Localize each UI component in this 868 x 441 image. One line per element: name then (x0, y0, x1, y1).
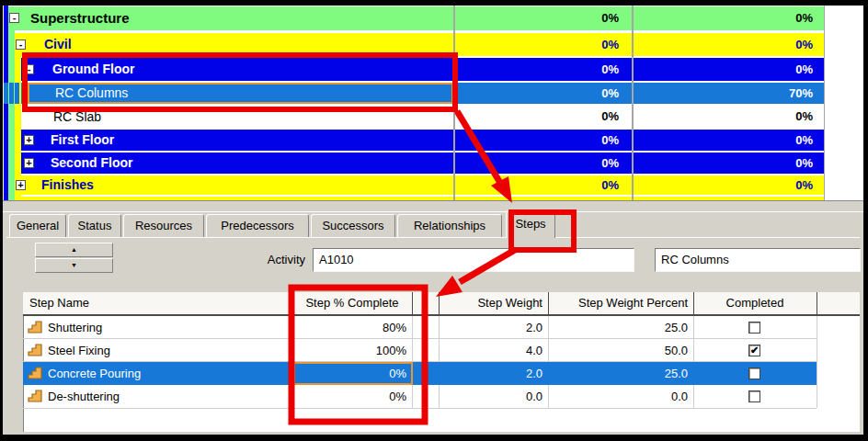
selection-gutter-bar (9, 83, 14, 104)
pct-cell: 0% (644, 58, 813, 81)
step-weight-percent[interactable]: 25.0 (577, 316, 688, 339)
row-divider (23, 338, 817, 339)
step-name[interactable]: Concrete Pouring (48, 362, 141, 385)
panel-edge-highlight (6, 237, 860, 238)
pct-complete-cell: 0% (460, 58, 619, 81)
completed-checkbox[interactable] (748, 390, 760, 402)
step-weight-percent[interactable]: 0.0 (577, 385, 688, 408)
selection-gutter-bar (15, 83, 19, 104)
column-divider (817, 316, 817, 408)
col-header-completed[interactable]: Completed (693, 292, 817, 314)
step-pct[interactable]: 0% (305, 385, 406, 408)
column-divider (548, 292, 549, 314)
pct-cell: 0% (644, 106, 813, 128)
expand-icon[interactable]: + (24, 135, 34, 145)
column-divider (632, 6, 634, 200)
expand-icon[interactable]: + (24, 158, 34, 168)
completed-checkbox-checked[interactable]: ✔ (748, 345, 760, 356)
wbs-label: Superstructure (30, 6, 130, 30)
wbs-label: RC Slab (53, 106, 101, 128)
column-divider (817, 292, 817, 314)
pct-complete-cell: 0% (460, 33, 619, 56)
tab-resources[interactable]: Resources (123, 214, 204, 237)
activity-down-button[interactable]: ▼ (35, 258, 113, 273)
p6-screenshot: - Superstructure 0% 0% - Civil 0% 0% - G… (0, 0, 868, 441)
tab-status[interactable]: Status (68, 214, 121, 237)
step-weight[interactable]: 2.0 (432, 316, 542, 339)
step-icon (28, 390, 42, 402)
wbs-label: Civil (44, 33, 72, 56)
pct-cell: 0% (644, 175, 813, 195)
completed-checkbox[interactable] (748, 368, 760, 379)
step-name[interactable]: Steel Fixing (48, 339, 110, 362)
col-header-step-weight[interactable]: Step Weight (432, 292, 542, 314)
activity-up-button[interactable]: ▲ (35, 243, 113, 257)
focus-cell-outline (28, 83, 453, 104)
splitter-highlight (3, 211, 863, 212)
activity-name-field[interactable]: RC Columns (655, 248, 861, 272)
step-pct[interactable]: 100% (305, 339, 406, 362)
pct-complete-cell: 0% (460, 175, 619, 195)
pct-complete-cell: 0% (460, 83, 619, 104)
tab-relationships[interactable]: Relationships (397, 214, 502, 237)
pct-cell: 70% (644, 83, 813, 104)
col-header-step-pct-complete[interactable]: Step % Complete (292, 292, 412, 314)
pct-cell: 0% (644, 33, 813, 56)
step-icon (28, 344, 42, 356)
step-name[interactable]: De-shuttering (48, 385, 120, 408)
step-pct[interactable]: 0% (305, 362, 406, 385)
completed-checkbox[interactable] (748, 322, 760, 334)
pct-complete-cell: 0% (460, 130, 619, 151)
collapse-icon[interactable]: - (9, 13, 19, 23)
step-icon (28, 367, 42, 379)
expand-icon[interactable]: + (16, 180, 26, 190)
activity-id-field[interactable]: A1010 (313, 248, 634, 272)
wbs-label: Second Floor (51, 153, 132, 174)
wbs-label: First Floor (51, 130, 114, 151)
col-header-step-name[interactable]: Step Name (29, 292, 89, 314)
tab-successors[interactable]: Successors (311, 214, 395, 237)
column-divider (453, 6, 455, 200)
splitter-shadow (3, 200, 863, 201)
tab-steps-active[interactable]: Steps (506, 210, 555, 238)
pct-complete-cell: 0% (460, 106, 619, 128)
wbs-label: Finishes (41, 175, 94, 195)
step-weight[interactable]: 4.0 (432, 339, 542, 362)
step-weight-percent[interactable]: 50.0 (577, 339, 688, 362)
step-weight[interactable]: 2.0 (432, 362, 542, 385)
col-header-step-weight-percent[interactable]: Step Weight Percent (577, 292, 688, 314)
step-weight-percent[interactable]: 25.0 (577, 362, 688, 385)
step-weight[interactable]: 0.0 (432, 385, 542, 408)
column-divider (412, 292, 413, 314)
pct-complete-cell: 0% (460, 6, 619, 30)
selection-gutter-bar (4, 83, 8, 104)
step-pct[interactable]: 80% (305, 316, 406, 339)
tab-predecessors[interactable]: Predecessors (206, 214, 309, 237)
pct-cell: 0% (644, 6, 813, 30)
row-divider (23, 408, 817, 409)
step-row-selected[interactable] (23, 362, 817, 385)
wbs-label: Ground Floor (52, 58, 134, 81)
step-name[interactable]: Shuttering (48, 316, 102, 339)
activity-label: Activity (239, 248, 305, 272)
collapse-icon[interactable]: - (16, 40, 26, 50)
tab-general[interactable]: General (9, 214, 66, 237)
step-icon (28, 321, 42, 334)
collapse-icon[interactable]: - (24, 64, 34, 74)
pct-cell: 0% (644, 130, 813, 151)
pct-complete-cell: 0% (460, 153, 619, 174)
pct-cell: 0% (644, 153, 813, 174)
column-divider (824, 6, 825, 200)
